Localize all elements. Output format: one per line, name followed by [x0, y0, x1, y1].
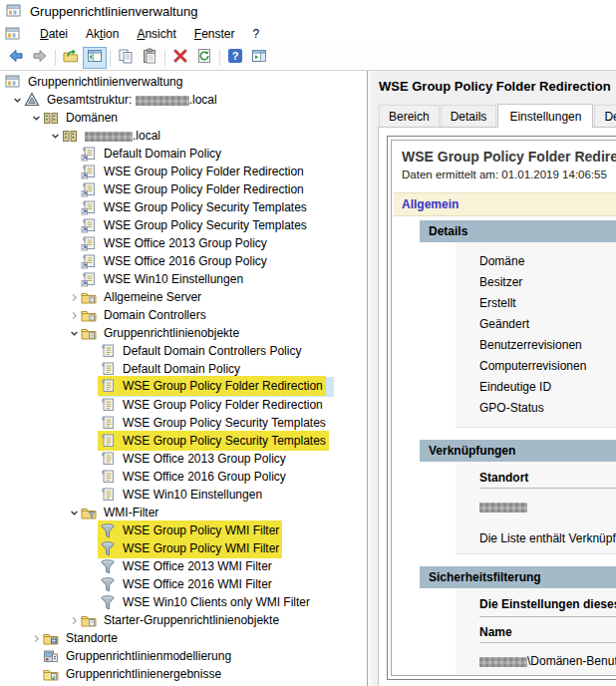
chevron-right-icon[interactable] [30, 632, 42, 644]
console-tree-toggle-button[interactable] [83, 47, 107, 69]
selected-tree-item-highlight: WSE Group Policy Folder Redirection [99, 377, 334, 397]
help-button[interactable]: ? [223, 47, 247, 69]
console-tree-pane[interactable]: GruppenrichtlinienverwaltungGesamtstrukt… [0, 71, 368, 686]
tree-item[interactable]: WSE Office 2016 Group Policy [0, 252, 367, 270]
section-allgemein[interactable]: Allgemein [394, 192, 616, 216]
tree-item[interactable]: WSE Win10 Einstellungen [0, 270, 367, 288]
back-button[interactable] [4, 47, 28, 69]
tree-item[interactable]: WSE Group Policy Security Templates [0, 432, 367, 450]
tab-bereich[interactable]: Bereich [379, 105, 440, 127]
tree-item[interactable]: Gruppenrichtlinienmodellierung [0, 647, 367, 665]
tree-item[interactable]: WSE Group Policy WMI Filter [0, 521, 367, 539]
tab-details[interactable]: Details [441, 105, 497, 127]
gpo-icon [100, 397, 116, 413]
section-security-header[interactable]: Sicherheitsfilterung [420, 566, 616, 588]
tree-item-label: Default Domain Policy [102, 146, 223, 162]
section-details: Details DomäneBesitzerErstelltGeändertBe… [394, 220, 616, 428]
redacted-site-name [479, 503, 527, 513]
paste-button[interactable] [138, 47, 161, 69]
tree-item-content: WSE Office 2013 Group Policy [80, 234, 269, 252]
links-note: Die Liste enthält Verknüpfungen [479, 531, 616, 545]
tree-item[interactable]: Gruppenrichtlinienergebnisse [0, 665, 367, 683]
section-details-header[interactable]: Details [420, 220, 616, 242]
tree-item[interactable]: WSE Win10 Einstellungen [0, 486, 367, 504]
ou-icon [81, 307, 97, 323]
tree-item[interactable]: Default Domain Policy [0, 145, 367, 163]
chevron-down-icon[interactable] [49, 130, 61, 142]
tree-item[interactable]: WSE Group Policy Security Templates [0, 414, 367, 432]
expander-spacer [68, 183, 80, 195]
links-column-header: Standort [479, 471, 616, 489]
chevron-down-icon[interactable] [68, 327, 80, 339]
expander-spacer [68, 201, 80, 213]
chevron-right-icon[interactable] [68, 309, 80, 321]
report-date: Daten ermittelt am: 01.01.2019 14:06:55 [402, 169, 616, 180]
copy-button[interactable] [114, 47, 138, 69]
tree-item[interactable]: Gruppenrichtlinienverwaltung [0, 73, 367, 91]
delete-button[interactable] [168, 47, 192, 69]
expander-spacer [87, 489, 99, 501]
tab-delegierung[interactable]: Delegierung [594, 105, 616, 127]
tree-item[interactable]: WSE Office 2013 Group Policy [0, 450, 367, 468]
section-links-header[interactable]: Verknüpfungen [420, 440, 616, 462]
window-title: Gruppenrichtlinienverwaltung [30, 4, 197, 19]
tree-item[interactable]: Default Domain Controllers Policy [0, 342, 367, 360]
back-icon [8, 48, 24, 67]
chevron-down-icon[interactable] [68, 507, 80, 518]
menu-ansicht[interactable]: Ansicht [128, 24, 184, 44]
tree-item-content: WSE Office 2016 Group Policy [99, 468, 288, 486]
report-frame[interactable]: WSE Group Policy Folder Redirection Date… [387, 136, 616, 680]
copy-icon [118, 48, 134, 67]
tree-item[interactable]: Gesamtstruktur: .local [0, 91, 367, 109]
tree-item[interactable]: WSE Win10 Clients only WMI Filter [0, 593, 367, 611]
menu-fenster[interactable]: Fenster [185, 24, 244, 44]
menu-hilfe[interactable]: ? [243, 24, 268, 44]
tree-item[interactable]: WSE Office 2016 Group Policy [0, 468, 367, 486]
tree-item-label: WSE Group Policy Security Templates [121, 433, 328, 449]
menu-datei[interactable]: Datei [31, 24, 77, 44]
expander-spacer [87, 453, 99, 465]
tree-item[interactable]: Starter-Gruppenrichtlinienobjekte [0, 611, 367, 629]
expander-spacer [30, 650, 42, 662]
tree-item[interactable]: WSE Group Policy WMI Filter [0, 539, 367, 557]
action-pane-toggle-button[interactable] [247, 47, 271, 69]
chevron-down-icon[interactable] [30, 112, 42, 124]
refresh-button[interactable] [192, 47, 216, 69]
tree-item-label: WSE Office 2016 Group Policy [121, 469, 288, 485]
gpo-title: WSE Group Policy Folder Redirection [379, 79, 616, 94]
tree-item[interactable]: WSE Group Policy Folder Redirection [0, 396, 367, 414]
toolbar: ? [0, 45, 616, 71]
forward-button[interactable] [28, 47, 52, 69]
section-links-content: Standort Die Liste enthält Verknüpfungen [456, 462, 616, 554]
tree-item[interactable]: Standorte [0, 629, 367, 647]
tree-item[interactable]: Gruppenrichtlinienobjekte [0, 324, 367, 342]
report-heading: WSE Group Policy Folder Redirection [402, 149, 616, 165]
tree-item[interactable]: WSE Office 2013 WMI Filter [0, 557, 367, 575]
tree-item-label: Gruppenrichtlinienergebnisse [64, 666, 223, 682]
tree-item-label: Gesamtstruktur: .local [45, 92, 219, 108]
expander-spacer [87, 363, 99, 375]
tree-item[interactable]: WSE Group Policy Folder Redirection [0, 378, 367, 396]
tree-item-label: WSE Group Policy WMI Filter [121, 522, 281, 538]
tree-item[interactable]: Domänen [0, 109, 367, 127]
tree-item[interactable]: Allgemeine Server [0, 288, 367, 306]
tree-item[interactable]: WSE Office 2016 WMI Filter [0, 575, 367, 593]
tree-item[interactable]: WSE Group Policy Security Templates [0, 198, 367, 216]
tree-item[interactable]: WSE Group Policy Folder Redirection [0, 163, 367, 180]
chevron-right-icon[interactable] [68, 614, 80, 626]
tree-item[interactable]: WSE Group Policy Security Templates [0, 216, 367, 234]
up-level-button[interactable] [59, 47, 83, 69]
chevron-down-icon[interactable] [11, 94, 23, 106]
wmi-icon [100, 576, 116, 592]
tree-item-label: WSE Win10 Clients only WMI Filter [121, 594, 312, 610]
tree-item[interactable]: WSE Group Policy Folder Redirection [0, 180, 367, 198]
tree-item[interactable]: WSE Office 2013 Group Policy [0, 234, 367, 252]
tab-einstellungen[interactable]: Einstellungen [497, 104, 593, 128]
tree-item[interactable]: Domain Controllers [0, 306, 367, 324]
tree-item-label: WSE Group Policy Security Templates [102, 199, 309, 215]
chevron-right-icon[interactable] [68, 291, 80, 303]
tree-item[interactable]: WMI-Filter [0, 504, 367, 521]
tree-item[interactable]: Default Domain Policy [0, 360, 367, 378]
tree-item[interactable]: .local [0, 127, 367, 145]
menu-aktion[interactable]: Aktion [77, 24, 128, 44]
